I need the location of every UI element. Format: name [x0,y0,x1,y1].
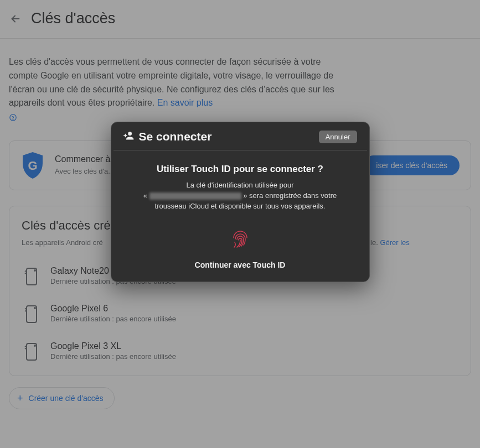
modal-header: Se connecter Annuler [113,122,367,150]
fingerprint-icon[interactable] [226,225,254,253]
modal-question: Utiliser Touch ID pour se connecter ? [127,164,354,175]
redacted-account [149,192,241,200]
modal-desc-line1: La clé d'identification utilisée pour [187,181,294,189]
continue-touchid-label: Continuer avec Touch ID [127,261,354,269]
person-add-icon [123,130,135,143]
svg-point-9 [128,132,132,136]
touchid-modal: Se connecter Annuler Utiliser Touch ID p… [111,122,370,282]
cancel-button[interactable]: Annuler [319,131,357,143]
modal-description: La clé d'identification utilisée pour « … [127,180,354,212]
modal-title: Se connecter [139,130,212,143]
modal-desc-prefix: « [143,191,149,200]
modal-overlay: Se connecter Annuler Utiliser Touch ID p… [0,0,480,448]
modal-body: Utiliser Touch ID pour se connecter ? La… [111,150,369,282]
